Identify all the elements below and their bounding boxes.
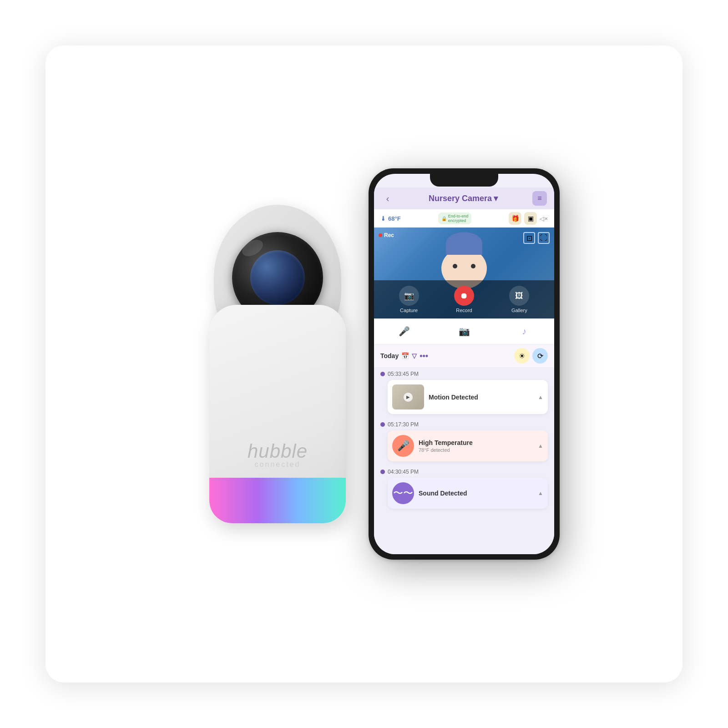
sound-card[interactable]: 〜〜 Sound Detected ▲ — [388, 478, 548, 509]
header-title: Nursery Camera ▾ — [429, 193, 498, 203]
calendar-icon[interactable]: 📅 — [401, 352, 409, 359]
camera-body: hubble connected — [209, 305, 346, 523]
temp-card-text: High Temperature 78°F detected — [419, 439, 533, 453]
capture-icon: 📷 — [399, 286, 419, 306]
filter-bar: Today 📅 ▽ ••• ☀ ⟳ — [374, 344, 554, 367]
timeline-time-temp: 05:17:30 PM — [380, 421, 548, 428]
filter-icon[interactable]: ▽ — [412, 352, 417, 359]
baby-hat — [446, 232, 482, 255]
record-button[interactable]: ⏺ Record — [454, 286, 474, 313]
temp-expand-icon[interactable]: ▲ — [538, 443, 543, 449]
sound-icon-circle: 〜〜 — [392, 482, 414, 504]
baby-eye-right — [471, 264, 475, 268]
rec-dot-icon — [379, 233, 382, 237]
sound-title: Sound Detected — [419, 490, 533, 497]
record-label: Record — [456, 308, 472, 313]
lock-icon: 🔒 — [441, 216, 447, 221]
camera-lens-inner — [250, 250, 305, 305]
baby-eyes — [453, 264, 475, 268]
app-header: ‹ Nursery Camera ▾ ≡ — [374, 187, 554, 209]
encryption-label: End-to-end encrypted — [448, 214, 469, 223]
video-area: Rec ⊡ ⛶ 📷 Capture ⏺ Record — [374, 228, 554, 318]
title-caret-icon: ▾ — [494, 193, 498, 203]
timeline: 05:33:45 PM ▶ Motion Detected ▲ — [374, 367, 554, 554]
more-options-icon[interactable]: ••• — [420, 351, 428, 361]
capture-label: Capture — [400, 308, 418, 313]
fullscreen-controls: ⊡ ⛶ — [523, 232, 550, 244]
mute-icon[interactable]: ◁× — [540, 215, 548, 222]
record-icon: ⏺ — [454, 286, 474, 306]
motion-card[interactable]: ▶ Motion Detected ▲ — [388, 380, 548, 414]
rec-badge: Rec — [379, 232, 394, 238]
temp-card[interactable]: 🎤 High Temperature 78°F detected ▲ — [388, 430, 548, 461]
timeline-dot-motion — [380, 372, 385, 376]
phone-notch — [430, 174, 498, 187]
nursery-camera-title: Nursery Camera — [429, 194, 492, 203]
rec-label: Rec — [384, 232, 394, 238]
temp-title: High Temperature — [419, 439, 533, 446]
thumb-play-icon: ▶ — [404, 393, 413, 402]
motion-thumbnail: ▶ — [392, 384, 424, 410]
baby-eye-left — [453, 264, 457, 268]
phone: ‹ Nursery Camera ▾ ≡ 🌡 68°F 🔒 End — [369, 168, 560, 560]
timeline-item-sound: 04:30:45 PM 〜〜 Sound Detected ▲ — [380, 469, 548, 509]
temp-subtitle: 78°F detected — [419, 447, 533, 453]
encryption-badge: 🔒 End-to-end encrypted — [438, 212, 472, 224]
smart-detect-button[interactable]: ⟳ — [532, 348, 548, 364]
sound-card-text: Sound Detected — [419, 490, 533, 497]
mic-button[interactable]: 🎤 — [396, 323, 412, 339]
timeline-time-value-motion: 05:33:45 PM — [388, 371, 419, 377]
motion-card-text: Motion Detected — [429, 394, 533, 401]
music-button[interactable]: ♪ — [516, 323, 532, 339]
brand-hubble-text: hubble — [232, 440, 323, 462]
status-icons: 🎁 ▣ ◁× — [509, 212, 548, 225]
capture-button[interactable]: 📷 Capture — [399, 286, 419, 313]
timeline-dot-sound — [380, 470, 385, 474]
sun-smart-button[interactable]: ☀ — [514, 348, 530, 364]
qr-icon-button[interactable]: ▣ — [524, 212, 537, 225]
fullscreen-button[interactable]: ⛶ — [538, 232, 550, 244]
temperature-display: 🌡 68°F — [380, 215, 401, 222]
sound-expand-icon[interactable]: ▲ — [538, 490, 543, 496]
temp-icon-circle: 🎤 — [392, 435, 414, 457]
timeline-dot-temp — [380, 422, 385, 427]
motion-title: Motion Detected — [429, 394, 533, 401]
timeline-time-value-temp: 05:17:30 PM — [388, 421, 419, 428]
thermometer-icon: 🌡 — [380, 215, 386, 222]
scene: hubble connected ‹ Nursery Camera ▾ ≡ — [46, 46, 682, 682]
camera-brand: hubble connected — [232, 440, 323, 469]
timeline-time-motion: 05:33:45 PM — [380, 371, 548, 377]
timeline-time-sound: 04:30:45 PM — [380, 469, 548, 475]
camera-device: hubble connected — [168, 205, 387, 523]
temperature-value: 68°F — [388, 215, 401, 222]
filter-left: Today 📅 ▽ ••• — [380, 351, 428, 361]
gallery-icon: 🖼 — [509, 286, 529, 306]
timeline-item-motion: 05:33:45 PM ▶ Motion Detected ▲ — [380, 371, 548, 414]
motion-expand-icon[interactable]: ▲ — [538, 394, 543, 400]
back-button[interactable]: ‹ — [381, 192, 394, 205]
gift-icon-button[interactable]: 🎁 — [509, 212, 521, 225]
video-controls-overlay: 📷 Capture ⏺ Record 🖼 Gallery — [374, 280, 554, 318]
camera-glow — [209, 478, 346, 523]
filter-right: ☀ ⟳ — [514, 348, 548, 364]
today-label: Today — [380, 352, 399, 359]
timeline-time-value-sound: 04:30:45 PM — [388, 469, 419, 475]
action-bar: 🎤 📷 ♪ — [374, 318, 554, 344]
camera-action-button[interactable]: 📷 — [456, 323, 472, 339]
gallery-label: Gallery — [511, 308, 527, 313]
pip-button[interactable]: ⊡ — [523, 232, 535, 244]
app-screen: ‹ Nursery Camera ▾ ≡ 🌡 68°F 🔒 End — [374, 174, 554, 554]
phone-screen: ‹ Nursery Camera ▾ ≡ 🌡 68°F 🔒 End — [374, 174, 554, 554]
gallery-button[interactable]: 🖼 Gallery — [509, 286, 529, 313]
timeline-item-temp: 05:17:30 PM 🎤 High Temperature 78°F dete… — [380, 421, 548, 461]
filter-settings-button[interactable]: ≡ — [532, 191, 547, 206]
brand-connected-text: connected — [232, 460, 323, 469]
status-bar: 🌡 68°F 🔒 End-to-end encrypted 🎁 ▣ ◁× — [374, 209, 554, 228]
